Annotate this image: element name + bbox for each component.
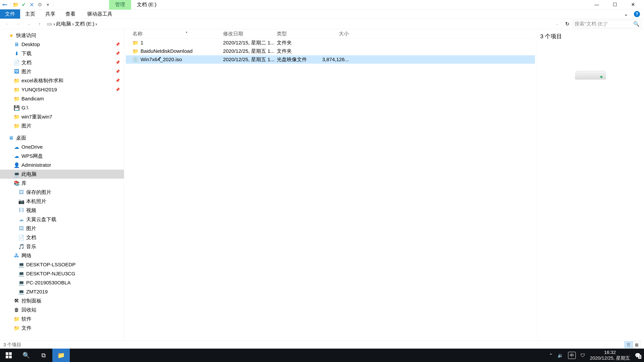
sidebar-control-panel[interactable]: 🛠控制面板 bbox=[0, 296, 124, 305]
ribbon-collapse-icon[interactable]: ⌄ bbox=[623, 11, 629, 17]
sidebar-network[interactable]: 🖧网络 bbox=[0, 251, 124, 260]
breadcrumb-drive[interactable]: 文档 (E:) bbox=[75, 20, 94, 27]
clock-date: 2020/12/25, 星期五 bbox=[590, 355, 630, 361]
ribbon-tab-drive-tools[interactable]: 驱动器工具 bbox=[80, 9, 119, 18]
ribbon-tab-view[interactable]: 查看 bbox=[60, 9, 80, 18]
security-icon[interactable]: 🛡 bbox=[580, 353, 585, 358]
taskbar-taskview-button[interactable]: ⧉ bbox=[35, 349, 52, 362]
column-header-type[interactable]: 类型 bbox=[277, 30, 322, 37]
file-row[interactable]: 📁1 2020/12/15, 星期二 1... 文件夹 bbox=[126, 38, 535, 47]
nav-back-button[interactable]: ← bbox=[3, 20, 12, 28]
view-details-button[interactable]: ☰ bbox=[624, 341, 632, 348]
file-row[interactable]: 📁BaiduNetdiskDownload 2020/12/25, 星期五 1.… bbox=[126, 47, 535, 55]
breadcrumb-sep-icon: › bbox=[53, 21, 55, 27]
ribbon-tab-share[interactable]: 共享 bbox=[40, 9, 60, 18]
sidebar-wps[interactable]: ☁WPS网盘 bbox=[0, 151, 124, 161]
file-row[interactable]: 💿Win7x64_2020.iso 2020/12/25, 星期五 1... 光… bbox=[126, 55, 535, 64]
sidebar-software[interactable]: 📁软件 bbox=[0, 314, 124, 324]
checkbox-qat-icon[interactable]: ✔ bbox=[20, 1, 27, 8]
breadcrumb-this-pc[interactable]: 此电脑 bbox=[56, 20, 71, 27]
breadcrumb[interactable]: › 此电脑 › 文档 (E:) › bbox=[46, 20, 97, 27]
sidebar-this-pc[interactable]: 💻此电脑 bbox=[0, 170, 124, 179]
pin-icon: 📌 bbox=[116, 87, 120, 92]
ribbon-tab-file[interactable]: 文件 bbox=[0, 9, 20, 18]
sidebar-gdrive[interactable]: 💾G:\ bbox=[0, 103, 124, 112]
column-header-size[interactable]: 大小 bbox=[322, 30, 349, 37]
ime-indicator[interactable]: 中 bbox=[568, 352, 576, 359]
sidebar-onedrive[interactable]: ☁OneDrive bbox=[0, 142, 124, 151]
ribbon-tab-home[interactable]: 主页 bbox=[20, 9, 40, 18]
pc-icon: 💻 bbox=[18, 289, 24, 295]
sidebar-label: Administrator bbox=[22, 162, 51, 168]
sidebar-lib-documents[interactable]: 📄文档 bbox=[0, 233, 124, 242]
title-bar: 📁 ✔ ✕ ⚙ ▾ 管理 文档 (E:) — ☐ ✕ bbox=[0, 0, 644, 9]
folder-qat-icon[interactable]: 📁 bbox=[12, 1, 19, 8]
sidebar-pc3[interactable]: 💻PC-20190530OBLA bbox=[0, 278, 124, 287]
sidebar-pc1[interactable]: 💻DESKTOP-LSSOEDP bbox=[0, 260, 124, 269]
action-center-icon[interactable]: 💬3 bbox=[635, 353, 641, 358]
sidebar-desktop-section[interactable]: 🖥桌面 bbox=[0, 133, 124, 142]
sidebar-quick-access[interactable]: ★快速访问 bbox=[0, 31, 124, 40]
sidebar-music[interactable]: 🎵音乐 bbox=[0, 242, 124, 251]
maximize-button[interactable]: ☐ bbox=[606, 0, 623, 9]
sidebar-libraries[interactable]: 📚库 bbox=[0, 179, 124, 188]
file-type: 文件夹 bbox=[277, 48, 322, 55]
sidebar-videos[interactable]: 🎞视频 bbox=[0, 206, 124, 215]
back-history-icon[interactable] bbox=[1, 1, 8, 8]
taskbar-search-button[interactable]: 🔍 bbox=[18, 349, 35, 362]
tray-overflow-icon[interactable]: ⌃ bbox=[549, 353, 553, 358]
volume-icon[interactable]: 🔉 bbox=[558, 353, 563, 358]
refresh-button[interactable]: ↻ bbox=[563, 20, 571, 28]
folder-icon: 📁 bbox=[14, 114, 20, 120]
sidebar-yunqishi[interactable]: 📁YUNQISHI2019📌 bbox=[0, 85, 124, 94]
sidebar-pictures2[interactable]: 📁图片 bbox=[0, 121, 124, 130]
address-history-dropdown[interactable]: ⌄ bbox=[552, 20, 562, 28]
taskbar[interactable]: 🔍 ⧉ 📁 ⌃ 🔉 中 🛡 16:32 2020/12/25, 星期五 💬3 bbox=[0, 349, 644, 362]
sidebar-downloads[interactable]: ⬇下载📌 bbox=[0, 49, 124, 58]
sidebar-camera-roll[interactable]: 📷本机照片 bbox=[0, 197, 124, 206]
file-list-pane[interactable]: 名称▴ 修改日期 类型 大小 📁1 2020/12/15, 星期二 1... 文… bbox=[124, 29, 537, 341]
close-button[interactable]: ✕ bbox=[624, 0, 641, 9]
sidebar-win7reinstall[interactable]: 📁win7重装win7 bbox=[0, 112, 124, 121]
sidebar-tianyi[interactable]: ☁天翼云盘下载 bbox=[0, 215, 124, 224]
sidebar-lib-pictures[interactable]: 🖼图片 bbox=[0, 224, 124, 233]
file-type: 光盘映像文件 bbox=[277, 56, 322, 63]
pin-icon: 📌 bbox=[116, 60, 120, 65]
close-qat-icon[interactable]: ✕ bbox=[28, 1, 35, 8]
sidebar-bandicam[interactable]: 📁Bandicam bbox=[0, 94, 124, 103]
contextual-tab-manage[interactable]: 管理 bbox=[109, 0, 131, 10]
sidebar-pictures[interactable]: 🖼图片📌 bbox=[0, 67, 124, 76]
search-icon[interactable]: 🔍 bbox=[633, 21, 640, 27]
sort-asc-icon: ▴ bbox=[186, 30, 187, 34]
sidebar-saved-pictures[interactable]: 🖼保存的图片 bbox=[0, 188, 124, 197]
sidebar-file[interactable]: 📁文件 bbox=[0, 324, 124, 333]
minimize-button[interactable]: — bbox=[588, 0, 605, 9]
sidebar-pc4[interactable]: 💻ZMT2019 bbox=[0, 287, 124, 296]
taskbar-clock[interactable]: 16:32 2020/12/25, 星期五 bbox=[590, 350, 630, 361]
sidebar-label: 桌面 bbox=[16, 135, 26, 141]
drive-preview-icon bbox=[576, 70, 606, 89]
sidebar-administrator[interactable]: 👤Administrator bbox=[0, 161, 124, 170]
sidebar-desktop[interactable]: 🖥Desktop📌 bbox=[0, 40, 124, 49]
sidebar-label: 软件 bbox=[22, 316, 32, 323]
sidebar-excel[interactable]: 📁excel表格制作求和📌 bbox=[0, 76, 124, 85]
nav-recent-dropdown[interactable]: ⌄ bbox=[24, 20, 34, 28]
sidebar-recycle-bin[interactable]: 🗑回收站 bbox=[0, 305, 124, 314]
pictures-icon: 🖼 bbox=[18, 189, 24, 195]
view-icons-button[interactable]: ▦ bbox=[632, 341, 641, 348]
settings-qat-icon[interactable]: ⚙ bbox=[36, 1, 43, 8]
file-date: 2020/12/25, 星期五 1... bbox=[223, 56, 277, 63]
start-button[interactable] bbox=[0, 349, 18, 362]
column-headers: 名称▴ 修改日期 类型 大小 bbox=[126, 29, 535, 38]
nav-up-button[interactable]: ↑ bbox=[35, 20, 44, 28]
nav-forward-button[interactable]: → bbox=[14, 20, 23, 28]
sidebar-documents[interactable]: 📄文档📌 bbox=[0, 58, 124, 67]
taskbar-explorer-button[interactable]: 📁 bbox=[52, 349, 70, 362]
sidebar-pc2[interactable]: 💻DESKTOP-NJEU3CG bbox=[0, 269, 124, 278]
qat-dropdown-icon[interactable]: ▾ bbox=[44, 1, 51, 8]
navigation-pane[interactable]: ★快速访问 🖥Desktop📌 ⬇下载📌 📄文档📌 🖼图片📌 📁excel表格制… bbox=[0, 29, 124, 341]
column-header-name[interactable]: 名称▴ bbox=[126, 30, 223, 37]
column-header-date[interactable]: 修改日期 bbox=[223, 30, 277, 37]
help-icon[interactable]: ? bbox=[634, 11, 640, 17]
search-input[interactable]: 搜索"文档 (E:)" 🔍 bbox=[572, 20, 641, 28]
